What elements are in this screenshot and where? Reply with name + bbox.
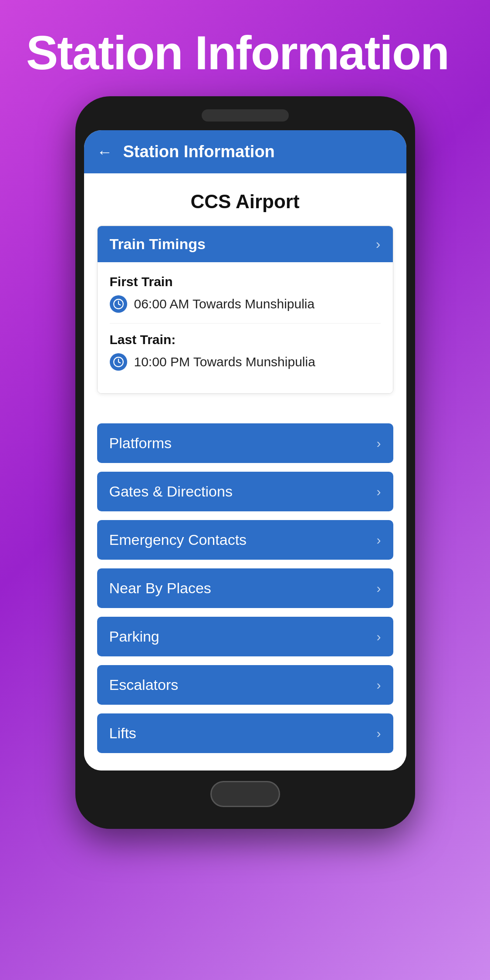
menu-item-gates-directions[interactable]: Gates & Directions ›	[97, 472, 393, 511]
last-train-label: Last Train:	[110, 332, 381, 347]
gates-chevron-icon: ›	[377, 484, 381, 499]
train-timings-card: Train Timings › First Train	[97, 226, 393, 394]
phone-notch	[202, 109, 289, 122]
phone-screen: ← Station Information CCS Airport Train …	[84, 130, 406, 770]
svg-line-5	[118, 362, 120, 363]
train-timings-header[interactable]: Train Timings ›	[98, 226, 393, 262]
back-button[interactable]: ←	[97, 143, 113, 161]
first-train-time: 06:00 AM Towards Munshipulia	[134, 297, 315, 311]
train-timings-chevron-icon: ›	[376, 236, 381, 252]
phone-frame: ← Station Information CCS Airport Train …	[75, 96, 415, 829]
timings-body: First Train 06:00 AM Towards Munshipulia	[98, 262, 393, 393]
lifts-chevron-icon: ›	[377, 726, 381, 741]
parking-chevron-icon: ›	[377, 629, 381, 644]
first-train-info: 06:00 AM Towards Munshipulia	[110, 295, 381, 313]
platforms-chevron-icon: ›	[377, 436, 381, 451]
last-train-info: 10:00 PM Towards Munshipulia	[110, 353, 381, 371]
menu-buttons-container: Platforms › Gates & Directions › Emergen…	[84, 423, 406, 770]
app-content: CCS Airport Train Timings › First Train	[84, 173, 406, 423]
last-train-clock-icon	[110, 353, 127, 371]
first-train-section: First Train 06:00 AM Towards Munshipulia	[110, 274, 381, 313]
menu-item-escalators[interactable]: Escalators ›	[97, 665, 393, 705]
first-train-label: First Train	[110, 274, 381, 289]
last-train-time: 10:00 PM Towards Munshipulia	[134, 355, 315, 369]
header-title: Station Information	[123, 142, 275, 161]
nearby-chevron-icon: ›	[377, 581, 381, 596]
menu-item-nearby-places[interactable]: Near By Places ›	[97, 568, 393, 608]
station-name: CCS Airport	[97, 191, 393, 213]
escalators-chevron-icon: ›	[377, 678, 381, 693]
first-train-clock-icon	[110, 295, 127, 313]
menu-item-emergency-contacts[interactable]: Emergency Contacts ›	[97, 520, 393, 560]
home-button[interactable]	[210, 781, 280, 807]
app-header: ← Station Information	[84, 130, 406, 173]
divider	[110, 323, 381, 324]
menu-item-lifts[interactable]: Lifts ›	[97, 713, 393, 753]
svg-line-2	[118, 304, 120, 305]
last-train-section: Last Train: 10:00 PM Towards Munshipulia	[110, 332, 381, 371]
page-title: Station Information	[0, 0, 490, 96]
train-timings-label: Train Timings	[110, 236, 206, 253]
menu-item-platforms[interactable]: Platforms ›	[97, 423, 393, 463]
menu-item-parking[interactable]: Parking ›	[97, 617, 393, 656]
emergency-chevron-icon: ›	[377, 533, 381, 547]
